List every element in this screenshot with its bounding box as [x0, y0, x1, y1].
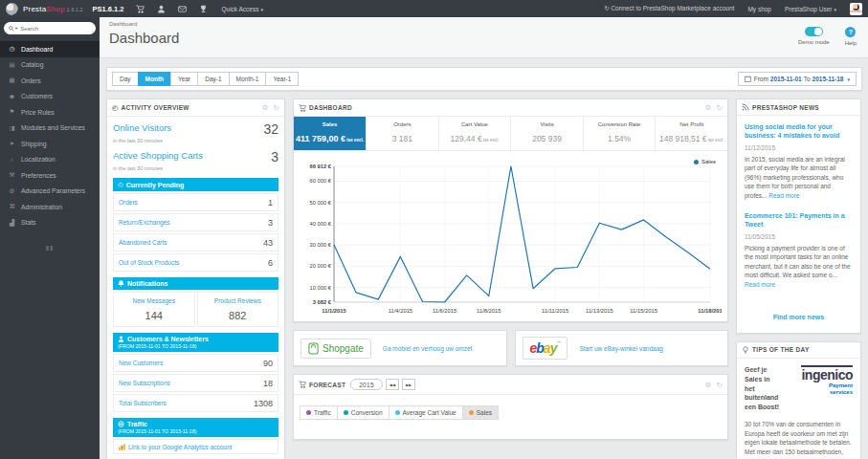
tab-day-1[interactable]: Day-1 [197, 72, 229, 86]
forecast-legend-sales[interactable]: Sales [462, 405, 499, 420]
news-article-title[interactable]: Using social media for your business: 4 … [745, 122, 853, 141]
find-more-news-link[interactable]: Find more news [773, 314, 824, 320]
chart-legend[interactable]: Sales [694, 159, 716, 164]
cart-icon[interactable] [136, 5, 145, 13]
activity-row-value: 1 [268, 198, 273, 208]
notification-new-messages[interactable]: New Messages144 [113, 292, 195, 327]
trademark-symbol: ™ [556, 340, 560, 345]
kpi-cart-value[interactable]: Cart Value129,44 € tax excl. [438, 117, 511, 150]
avatar[interactable]: PrestaShop [850, 3, 862, 15]
sidebar-item-price-rules[interactable]: ⚑Price Rules [0, 104, 100, 120]
sidebar-item-advanced-parameters[interactable]: ⚙Advanced Parameters [0, 184, 100, 200]
activity-row-value: 18 [263, 379, 273, 388]
forecast-year[interactable]: 2015 [350, 379, 383, 390]
gear-icon[interactable]: ⚙ [704, 381, 711, 389]
stats-icon: ▟ [8, 219, 16, 227]
gear-icon[interactable]: ⚙ [261, 103, 268, 112]
forecast-legend-conversion[interactable]: Conversion [337, 405, 389, 420]
truck-icon: ➤ [8, 140, 16, 147]
sidebar-item-label: Advanced Parameters [21, 187, 85, 194]
kpi-sales[interactable]: Sales411 759,00 € tax excl. [294, 117, 366, 150]
activity-row-abandoned-carts[interactable]: Abandoned Carts43 [113, 233, 278, 251]
tab-month-1[interactable]: Month-1 [229, 72, 267, 86]
sidebar-item-catalog[interactable]: ▤Catalog [0, 57, 100, 74]
sidebar-item-shipping[interactable]: ➤Shipping [0, 136, 100, 152]
refresh-icon[interactable]: ↻ [716, 103, 723, 112]
trophy-icon[interactable] [199, 5, 208, 13]
search-input[interactable] [20, 26, 91, 32]
sidebar-item-preferences[interactable]: ⚒Preferences [0, 167, 100, 184]
demo-mode-toggle[interactable]: Demo mode [798, 27, 830, 45]
sidebar-item-customers[interactable]: ☻Customers [0, 89, 100, 105]
gear-icon[interactable]: ⚙ [704, 103, 711, 112]
tab-day[interactable]: Day [112, 72, 139, 86]
kpi-orders[interactable]: Orders3 181 [366, 117, 438, 150]
news-article-title[interactable]: Ecommerce 101: Payments in a Tweet [745, 211, 853, 230]
kpi-conversion-rate[interactable]: Conversion Rate1.54% [583, 117, 656, 150]
toggle-icon[interactable] [805, 27, 823, 36]
activity-row-orders[interactable]: Orders1 [113, 193, 278, 211]
forecast-prev-button[interactable]: ◀◀ [386, 379, 399, 390]
activity-row-out-of-stock-products[interactable]: Out of Stock Products6 [113, 253, 278, 272]
help-button[interactable]: ? Help [845, 27, 857, 46]
tab-year-1[interactable]: Year-1 [265, 72, 299, 86]
prestashop-logo[interactable] [6, 3, 18, 15]
kpi-visits[interactable]: Visits205 939 [510, 117, 583, 150]
sidebar-item-localization[interactable]: ♁Localization [0, 152, 100, 168]
tab-month[interactable]: Month [138, 72, 172, 86]
forecast-legend-traffic[interactable]: Traffic [300, 405, 338, 420]
modules-icon: ◨ [8, 124, 16, 132]
marketplace-link[interactable]: ↻ Connect to PrestaShop Marketplace acco… [604, 5, 734, 12]
sidebar-collapse-icon[interactable]: ‖‖ [0, 244, 100, 252]
tab-year[interactable]: Year [170, 72, 198, 86]
search-box[interactable]: ▾ [4, 22, 96, 34]
read-more-link[interactable]: Read more [745, 281, 775, 288]
shopgate-ad[interactable]: Shopgate Ga mobiel en verhoog uw omzet [293, 330, 507, 366]
quick-access-menu[interactable]: Quick Access▾ [221, 6, 263, 12]
activity-row-return-exchanges[interactable]: Return/Exchanges3 [113, 213, 278, 231]
online-visitors-link[interactable]: Online Visitors [113, 122, 171, 133]
activity-row-new-subscriptions[interactable]: New Subscriptions18 [113, 374, 278, 392]
sidebar-item-administration[interactable]: ⌘Administration [0, 199, 100, 215]
customer-icon[interactable] [157, 5, 166, 13]
forecast-legend-average-cart-value[interactable]: Average Cart Value [389, 405, 463, 420]
refresh-icon[interactable]: ↻ [273, 103, 279, 112]
date-range-button[interactable]: From 2015-11-01 To 2015-11-18 ▾ [738, 72, 857, 86]
kpi-label: Conversion Rate [586, 121, 654, 127]
chevron-down-icon[interactable]: ▾ [15, 26, 17, 31]
activity-row-label: Out of Stock Products [119, 259, 179, 266]
version-label: 1.6.1.2 [67, 7, 83, 12]
breadcrumb[interactable]: Dashboard [109, 21, 858, 27]
sidebar-item-modules-and-services[interactable]: ◨Modules and Services [0, 120, 100, 137]
ebay-link[interactable]: Start uw eBay-winkel vandaag [579, 345, 662, 352]
ebay-ad[interactable]: ebay™ Start uw eBay-winkel vandaag [515, 330, 729, 366]
search-icon [9, 26, 14, 32]
google-analytics-link-row[interactable]: Link to your Google Analytics account [113, 439, 278, 454]
active-carts-link[interactable]: Active Shopping Carts [113, 150, 203, 161]
sidebar-item-dashboard[interactable]: ◷Dashboard [0, 41, 100, 57]
notification-product-reviews[interactable]: Product Reviews882 [197, 292, 279, 327]
read-more-link[interactable]: Read more [768, 192, 799, 199]
dashboard-column: DASHBOARD ⚙↻ Sales411 759,00 € tax excl.… [293, 98, 728, 448]
user-menu[interactable]: PrestaShop User▾ [785, 6, 836, 12]
sidebar-item-orders[interactable]: ▦Orders [0, 73, 100, 89]
shop-code[interactable]: PS1.6.1.2 [93, 5, 124, 13]
svg-text:11/15/2015: 11/15/2015 [630, 308, 657, 314]
admin-gear-icon: ⌘ [8, 203, 16, 210]
tips-panel-header: TIPS OF THE DAY [737, 342, 860, 359]
help-icon[interactable]: ? [845, 27, 856, 37]
forecast-next-button[interactable]: ▶▶ [402, 379, 415, 390]
refresh-icon[interactable]: ↻ [716, 381, 723, 389]
my-shop-link[interactable]: My shop [747, 6, 771, 12]
kpi-net-profit[interactable]: Net Profit148 918,51 € tax excl. [655, 117, 727, 150]
kpi-label: Visits [513, 121, 581, 127]
shopgate-link[interactable]: Ga mobiel en verhoog uw omzet [383, 345, 473, 352]
envelope-icon[interactable] [178, 5, 187, 13]
activity-row-label: Total Subscribers [119, 400, 167, 406]
activity-row-total-subscribers[interactable]: Total Subscribers1308 [113, 394, 278, 412]
legend-label: Sales [477, 409, 492, 416]
svg-text:10 000 €: 10 000 € [309, 285, 331, 291]
activity-row-new-customers[interactable]: New Customers90 [113, 354, 278, 372]
active-carts-row: Active Shopping Carts 3 [113, 150, 278, 164]
sidebar-item-stats[interactable]: ▟Stats [0, 215, 100, 231]
